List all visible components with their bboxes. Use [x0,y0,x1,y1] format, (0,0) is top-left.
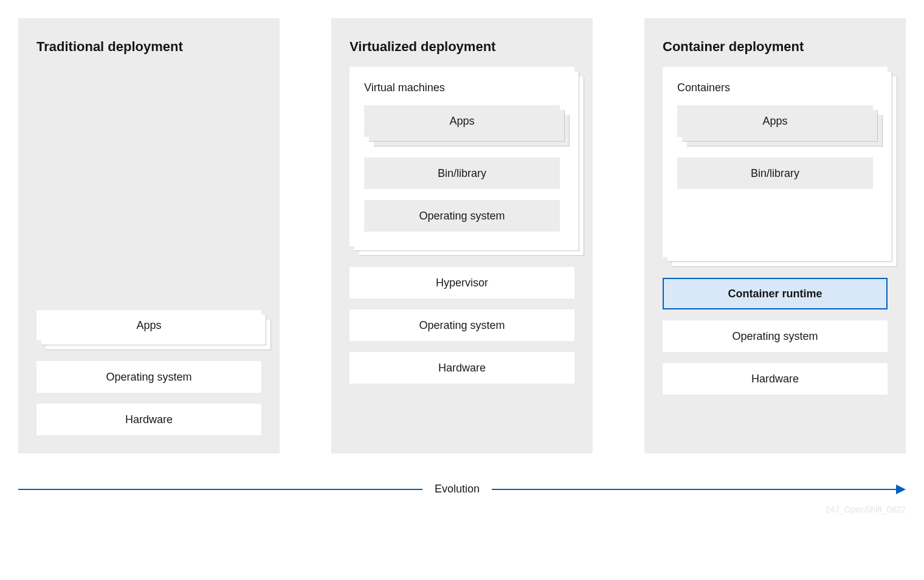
column-traditional: Traditional deployment Apps Operating sy… [18,18,280,454]
box-vm-apps: Apps [364,105,560,137]
box-vm-os: Operating system [364,200,560,232]
box-os-traditional: Operating system [36,361,261,393]
container-card-title: Containers [677,81,873,94]
column-title-virtualized: Virtualized deployment [350,39,574,55]
box-vm-bin: Bin/library [364,157,560,189]
box-apps: Apps [36,310,261,340]
column-title-container: Container deployment [663,39,888,55]
watermark: 247_OpenShift_0622 [826,505,906,514]
vm-card: Virtual machines Apps Bin/library Operat… [350,67,574,246]
box-container-runtime: Container runtime [663,278,888,309]
column-container: Container deployment Containers Apps Bin… [644,18,906,454]
box-os-virtualized: Operating system [350,309,574,341]
container-card: Containers Apps Bin/library [663,67,888,257]
box-hardware-virtualized: Hardware [350,352,574,384]
box-os-container: Operating system [663,320,888,352]
box-hardware-traditional: Hardware [36,404,261,435]
container-stack: Containers Apps Bin/library [663,67,888,257]
container-apps-stack: Apps [677,105,873,137]
arrow-line-left [18,489,422,490]
column-virtualized: Virtualized deployment Virtual machines … [331,18,593,454]
vm-card-title: Virtual machines [364,81,560,94]
evolution-label: Evolution [422,483,492,495]
box-hardware-container: Hardware [663,363,888,395]
vm-stack: Virtual machines Apps Bin/library Operat… [350,67,574,246]
box-container-bin: Bin/library [677,157,873,189]
box-hypervisor: Hypervisor [350,267,574,299]
arrow-head-icon [896,485,906,494]
deployment-columns: Traditional deployment Apps Operating sy… [0,18,924,454]
container-card-filler [677,200,873,243]
column-title-traditional: Traditional deployment [36,39,261,55]
apps-stack-traditional: Apps [36,310,261,340]
spacer [36,67,261,310]
box-container-apps: Apps [677,105,873,137]
vm-apps-stack: Apps [364,105,560,137]
evolution-arrow: Evolution [18,483,906,495]
arrow-line-right [492,489,896,490]
